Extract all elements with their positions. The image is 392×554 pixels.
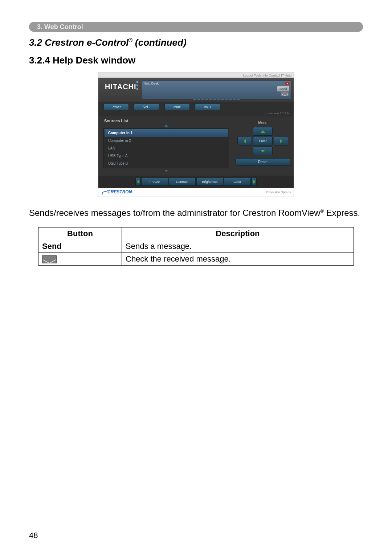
triangle-up-icon bbox=[261, 130, 265, 133]
freeze-button[interactable]: Freeze bbox=[141, 178, 168, 186]
table-row: Send Sends a message. bbox=[38, 240, 354, 253]
drag-handle-icon[interactable] bbox=[136, 81, 138, 90]
mail-icon bbox=[42, 255, 57, 263]
send-button[interactable]: Send bbox=[277, 86, 290, 92]
scroll-down-icon[interactable] bbox=[164, 170, 168, 172]
table-row: Check the received message. bbox=[38, 253, 354, 266]
triangle-down-icon bbox=[261, 150, 265, 152]
body-paragraph: Sends/receives messages to/from the admi… bbox=[29, 207, 363, 218]
top-links-bar: Logout Tools Info Contact IT Help bbox=[98, 73, 294, 78]
source-item[interactable]: USB Type B bbox=[105, 160, 228, 167]
triangle-right-icon bbox=[280, 139, 282, 143]
resize-grip-icon[interactable] bbox=[142, 99, 291, 100]
help-desk-popup: Help Desk x Send bbox=[142, 81, 291, 99]
close-icon[interactable]: x bbox=[285, 82, 290, 85]
reset-button[interactable]: Reset bbox=[236, 158, 290, 166]
crestron-logo: CRESTRON bbox=[101, 189, 132, 194]
source-item[interactable]: USB Type A bbox=[105, 152, 228, 160]
section-title-prefix: 3.2 Crestron e-Control bbox=[29, 37, 129, 48]
sources-title: Sources List bbox=[104, 119, 229, 123]
dpad-down-button[interactable] bbox=[253, 147, 273, 155]
bottom-controls: Freeze Contrast Brightness Color bbox=[98, 176, 294, 188]
body-text-b: Express. bbox=[324, 208, 360, 218]
source-item[interactable]: LAN bbox=[105, 144, 228, 152]
interface-version: Interface 2.7.2.6 bbox=[103, 112, 289, 115]
color-button[interactable]: Color bbox=[224, 178, 251, 186]
dpad: Enter bbox=[236, 127, 290, 155]
chapter-tab: 3. Web Control bbox=[29, 22, 363, 32]
button-description-table: Button Description Send Sends a message.… bbox=[38, 227, 354, 266]
hitachi-logo: HITACHI bbox=[105, 83, 136, 91]
table-cell-description: Sends a message. bbox=[122, 240, 354, 253]
table-cell-description: Check the received message. bbox=[122, 253, 354, 266]
contrast-button[interactable]: Contrast bbox=[169, 178, 196, 186]
sources-panel: Sources List Computer in 1 Computer in 2… bbox=[103, 118, 229, 172]
table-cell-button bbox=[38, 253, 122, 266]
section-title-suffix: (continued) bbox=[132, 37, 187, 48]
dpad-enter-button[interactable]: Enter bbox=[253, 137, 273, 145]
section-title: 3.2 Crestron e-Control® (continued) bbox=[29, 37, 363, 48]
table-header-description: Description bbox=[122, 227, 354, 240]
table-cell-button: Send bbox=[38, 240, 122, 253]
send-label: Send bbox=[42, 242, 62, 251]
body-text-a: Sends/receives messages to/from the admi… bbox=[29, 208, 320, 218]
chapter-tab-label: 3. Web Control bbox=[37, 23, 83, 31]
sources-list: Computer in 1 Computer in 2 LAN USB Type… bbox=[103, 128, 229, 168]
triangle-right-icon bbox=[253, 180, 256, 184]
triangle-left-icon bbox=[137, 180, 139, 184]
screenshot-header: HITACHI Help Desk x Send bbox=[98, 78, 294, 102]
scroll-up-icon[interactable] bbox=[164, 124, 168, 127]
dpad-up-button[interactable] bbox=[253, 127, 273, 136]
control-bar: Power Vol - Mute Vol + Interface 2.7.2.6 bbox=[98, 102, 294, 116]
expansion-options-link[interactable]: Expansion Options bbox=[266, 190, 291, 194]
dpad-right-button[interactable] bbox=[274, 137, 288, 145]
screenshot-figure: Logout Tools Info Contact IT Help HITACH… bbox=[98, 73, 294, 197]
vol-up-button[interactable]: Vol + bbox=[195, 104, 220, 110]
subsection-title: 3.2.4 Help Desk window bbox=[29, 55, 363, 66]
triangle-left-icon bbox=[244, 139, 246, 143]
registered-mark: ® bbox=[129, 37, 132, 43]
prev-button[interactable] bbox=[135, 178, 140, 186]
mail-icon[interactable] bbox=[281, 92, 289, 96]
vol-down-button[interactable]: Vol - bbox=[134, 104, 159, 110]
crestron-logo-text: CRESTRON bbox=[107, 189, 132, 194]
dpad-left-button[interactable] bbox=[237, 137, 252, 145]
menu-label: Menu bbox=[236, 121, 290, 125]
source-item[interactable]: Computer in 1 bbox=[105, 129, 228, 137]
registered-mark: ® bbox=[320, 208, 324, 214]
next-button[interactable] bbox=[252, 178, 257, 186]
mute-button[interactable]: Mute bbox=[164, 104, 190, 110]
brightness-button[interactable]: Brightness bbox=[196, 178, 223, 186]
source-item[interactable]: Computer in 2 bbox=[105, 137, 228, 144]
table-header-button: Button bbox=[38, 227, 122, 240]
page-number: 48 bbox=[29, 531, 38, 540]
power-button[interactable]: Power bbox=[103, 104, 129, 110]
help-desk-title: Help Desk bbox=[142, 81, 291, 86]
menu-panel: Menu Enter Reset bbox=[236, 118, 290, 172]
